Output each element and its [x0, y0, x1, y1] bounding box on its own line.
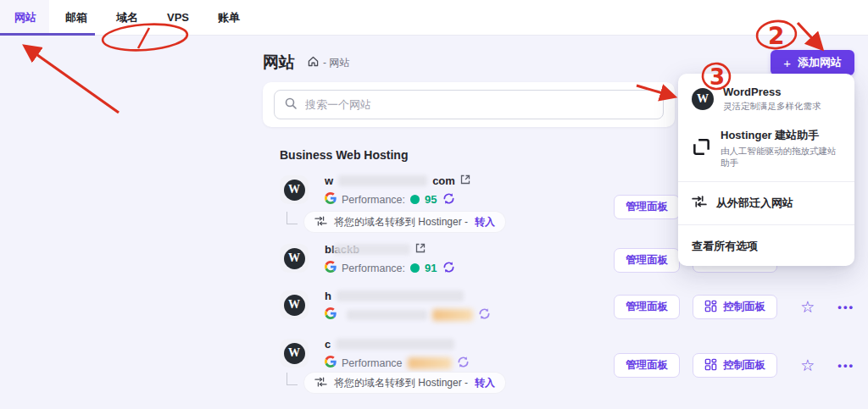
transfer-arrows-icon [314, 377, 327, 390]
manage-panel-button[interactable]: 管理面板 [614, 248, 680, 273]
divider [678, 224, 854, 225]
nav-tab-vps[interactable]: VPS [167, 11, 189, 24]
site-domain[interactable]: blackb [325, 242, 455, 256]
grid-icon [704, 300, 717, 315]
dropdown-item-see-all-options[interactable]: 查看所有选项 [678, 229, 854, 266]
nav-tab-billing[interactable]: 账单 [218, 10, 240, 25]
more-options-icon[interactable]: ••• [837, 359, 854, 372]
transfer-arrows-icon [314, 216, 327, 229]
transfer-domain-banner: 将您的域名转移到 Hostinger - 转入 [304, 373, 505, 393]
home-icon[interactable] [308, 56, 319, 69]
dropdown-item-wordpress[interactable]: W WordPress 灵活定制满足多样化需求 [678, 78, 854, 120]
wordpress-icon: W [280, 339, 309, 368]
performance-score: 95 [425, 193, 437, 206]
add-website-dropdown: W WordPress 灵活定制满足多样化需求 Hostinger 建站助手 由… [678, 74, 854, 266]
wordpress-icon: W [280, 290, 309, 319]
site-domain[interactable]: w com [325, 174, 470, 187]
dropdown-item-migrate-website[interactable]: 从外部迁入网站 [678, 186, 854, 220]
transfer-in-link[interactable]: 转入 [475, 376, 495, 390]
performance-line: Performance: 91 [325, 262, 455, 274]
favorite-star-icon[interactable]: ☆ [800, 357, 815, 373]
external-link-icon[interactable] [460, 174, 470, 187]
breadcrumb: - 网站 [308, 56, 349, 70]
grid-icon [704, 358, 717, 373]
site-domain[interactable]: h [325, 289, 491, 302]
page-title: 网站 [263, 52, 295, 74]
breadcrumb-current: - 网站 [323, 56, 349, 70]
top-navigation: 网站 邮箱 域名 VPS 账单 [0, 0, 868, 36]
google-icon [325, 261, 337, 275]
more-options-icon[interactable]: ••• [837, 301, 854, 313]
active-tab-indicator [0, 33, 95, 36]
site-domain[interactable]: c [325, 337, 470, 351]
nav-tab-email[interactable]: 邮箱 [65, 10, 87, 25]
manage-panel-button[interactable]: 管理面板 [614, 353, 680, 378]
search-bar[interactable] [274, 90, 664, 119]
redacted-score [432, 309, 473, 321]
redacted-performance [347, 310, 427, 320]
redacted-domain [334, 244, 410, 255]
google-icon [325, 356, 337, 370]
redacted-domain [337, 290, 464, 301]
plus-icon: + [783, 56, 791, 70]
wordpress-icon: W [280, 175, 309, 204]
control-panel-button[interactable]: 控制面板 [693, 295, 777, 319]
annotation-arrow-1 [25, 47, 119, 113]
search-card [263, 82, 675, 127]
performance-status-dot [410, 195, 420, 204]
nav-tab-domains[interactable]: 域名 [116, 10, 138, 25]
tree-connector [287, 212, 298, 224]
google-icon [325, 307, 337, 322]
add-website-button[interactable]: + 添加网站 [771, 50, 854, 75]
search-icon [284, 97, 298, 113]
transfer-in-link[interactable]: 转入 [475, 215, 495, 229]
manage-panel-button[interactable]: 管理面板 [614, 295, 680, 319]
site-row-4: W c Performance 管理面板 控制面板 [280, 339, 854, 398]
performance-score: 91 [425, 262, 437, 274]
redacted-domain [338, 175, 427, 186]
wordpress-icon: W [280, 244, 309, 273]
favorite-star-icon[interactable]: ☆ [800, 299, 815, 315]
redacted-domain [336, 339, 454, 350]
control-panel-button[interactable]: 控制面板 [693, 353, 777, 378]
hostinger-builder-icon [692, 137, 711, 160]
hpanel-websites-page: 网站 邮箱 域名 VPS 账单 网站 - 网站 + 添加网站 Business [0, 0, 868, 409]
performance-line [325, 308, 491, 321]
wordpress-icon: W [692, 88, 714, 110]
google-icon [325, 192, 337, 207]
performance-line: Performance: 95 [325, 193, 470, 206]
refresh-icon[interactable] [457, 356, 470, 371]
redacted-score [408, 357, 452, 369]
transfer-domain-banner: 将您的域名转移到 Hostinger - 转入 [304, 212, 505, 232]
tree-connector [287, 373, 298, 385]
refresh-icon[interactable] [478, 307, 491, 323]
divider [678, 181, 854, 182]
performance-line: Performance [325, 356, 470, 369]
search-input[interactable] [305, 98, 654, 111]
nav-tab-websites[interactable]: 网站 [14, 10, 36, 25]
performance-status-dot [410, 263, 420, 273]
refresh-icon[interactable] [442, 261, 455, 276]
migrate-arrows-icon [692, 196, 707, 211]
external-link-icon[interactable] [415, 243, 426, 256]
dropdown-item-website-builder[interactable]: Hostinger 建站助手 由人工智能驱动的拖放式建站助手 [678, 120, 854, 177]
refresh-icon[interactable] [442, 192, 455, 207]
hosting-plan-section-title: Business Web Hosting [280, 148, 408, 162]
manage-panel-button[interactable]: 管理面板 [614, 195, 680, 219]
